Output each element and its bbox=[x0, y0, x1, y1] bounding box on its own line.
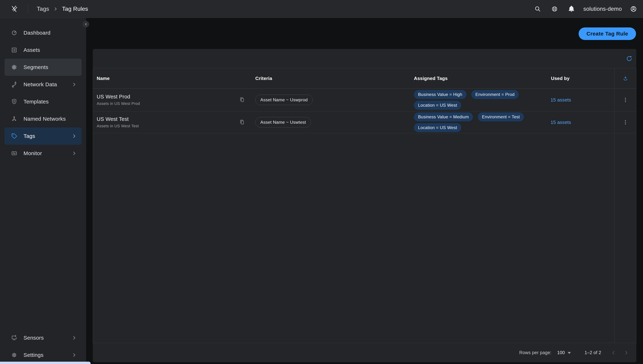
tag-chip: Environment = Test bbox=[478, 112, 524, 122]
create-tag-rule-button[interactable]: Create Tag Rule bbox=[578, 28, 636, 40]
sidebar-main-list: Dashboard Assets bbox=[0, 24, 86, 162]
used-by-link[interactable]: 15 assets bbox=[551, 97, 571, 103]
criteria-chip: Asset Name ~ Uswprod bbox=[255, 95, 313, 105]
chevron-right-icon bbox=[72, 151, 77, 156]
sidebar-item-templates[interactable]: Templates bbox=[5, 93, 82, 110]
chevron-right-icon bbox=[72, 134, 77, 138]
sidebar-item-tags[interactable]: Tags bbox=[5, 128, 82, 145]
rows-per-page-value: 100 bbox=[557, 350, 565, 355]
sidebar-item-label: Named Networks bbox=[24, 116, 66, 122]
column-header-assigned-tags: Assigned Tags bbox=[414, 76, 448, 81]
kebab-menu-icon[interactable] bbox=[614, 88, 636, 111]
assigned-tags-cell: Business Value = High Environment = Prod… bbox=[414, 88, 539, 111]
rule-description: Assets in US West Prod bbox=[97, 101, 140, 106]
criteria-chip: Asset Name ~ Uswtest bbox=[255, 117, 311, 128]
assigned-tags-cell: Business Value = Medium Environment = Te… bbox=[414, 111, 539, 133]
settings-gear-icon bbox=[11, 352, 18, 358]
table-header-row: Name Criteria Assigned Tags Used by bbox=[93, 68, 636, 88]
tag-chip: Location = US West bbox=[414, 101, 461, 110]
tag-chip: Business Value = High bbox=[414, 90, 466, 99]
assets-icon bbox=[11, 46, 18, 54]
top-bar: Tags Tag Rules solutions- bbox=[0, 0, 643, 18]
tag-rules-table: Name Criteria Assigned Tags Used by US W… bbox=[93, 68, 636, 343]
sidebar-item-assets[interactable]: Assets bbox=[5, 42, 82, 59]
dropdown-caret-icon bbox=[568, 352, 571, 354]
breadcrumb-parent-link[interactable]: Tags bbox=[37, 6, 49, 12]
chevron-right-icon bbox=[72, 353, 77, 357]
sensors-icon bbox=[11, 334, 18, 341]
column-header-name: Name bbox=[97, 76, 110, 81]
previous-page-icon[interactable] bbox=[609, 348, 618, 357]
breadcrumb: Tags Tag Rules bbox=[37, 6, 88, 12]
network-data-icon bbox=[11, 81, 18, 88]
sidebar-item-network-data[interactable]: Network Data bbox=[5, 76, 82, 93]
segments-icon bbox=[11, 64, 18, 71]
refresh-icon[interactable] bbox=[625, 55, 633, 62]
chevron-right-icon bbox=[72, 82, 77, 87]
column-header-used-by: Used by bbox=[551, 76, 570, 81]
rule-description: Assets in US West Test bbox=[97, 124, 139, 128]
tag-icon bbox=[11, 133, 18, 140]
copy-icon[interactable] bbox=[239, 118, 246, 126]
rows-per-page-label: Rows per page: bbox=[519, 350, 551, 355]
rule-name: US West Test bbox=[97, 116, 139, 122]
column-header-criteria: Criteria bbox=[255, 76, 272, 81]
sidebar-item-monitor[interactable]: Monitor bbox=[5, 145, 82, 162]
sidebar-collapse-button[interactable] bbox=[83, 21, 89, 28]
account-avatar-icon[interactable] bbox=[629, 5, 637, 13]
download-icon[interactable] bbox=[614, 68, 636, 88]
sidebar-item-label: Segments bbox=[24, 64, 48, 70]
tag-rules-card: Name Criteria Assigned Tags Used by US W… bbox=[93, 49, 636, 362]
sidebar-item-named-networks[interactable]: Named Networks bbox=[5, 110, 82, 128]
templates-shield-icon bbox=[11, 98, 18, 105]
tag-chip: Environment = Prod bbox=[471, 90, 519, 99]
notifications-bell-icon[interactable] bbox=[567, 5, 575, 13]
breadcrumb-chevron-icon bbox=[54, 7, 58, 11]
kebab-menu-icon[interactable] bbox=[614, 111, 636, 133]
named-networks-icon bbox=[11, 116, 18, 122]
copy-icon[interactable] bbox=[239, 96, 246, 104]
sidebar-item-label: Templates bbox=[24, 98, 49, 105]
sidebar-item-label: Network Data bbox=[24, 82, 57, 88]
table-row[interactable]: US West Test Assets in US West Test Asse… bbox=[93, 111, 636, 134]
pagination-bar: Rows per page: 100 1–2 of 2 bbox=[93, 343, 636, 362]
app-logo-icon[interactable] bbox=[11, 4, 18, 14]
table-row[interactable]: US West Prod Assets in US West Prod Asse… bbox=[93, 88, 636, 112]
search-icon[interactable] bbox=[533, 5, 542, 13]
sidebar-item-label: Dashboard bbox=[24, 30, 51, 36]
breadcrumb-current: Tag Rules bbox=[62, 6, 88, 12]
sidebar-item-label: Tags bbox=[24, 133, 35, 139]
sidebar-item-label: Monitor bbox=[24, 150, 42, 156]
sidebar-item-label: Sensors bbox=[24, 335, 44, 341]
sidebar-item-segments[interactable]: Segments bbox=[5, 59, 82, 76]
next-page-icon[interactable] bbox=[622, 348, 630, 357]
browser-status-bar bbox=[0, 362, 91, 364]
sidebar-item-sensors[interactable]: Sensors bbox=[5, 329, 82, 346]
sidebar-nav: Dashboard Assets bbox=[0, 18, 86, 364]
topbar-right-cluster: solutions-demo bbox=[533, 5, 637, 13]
used-by-link[interactable]: 15 assets bbox=[551, 120, 571, 125]
rule-name-cell: US West Prod Assets in US West Prod bbox=[97, 94, 140, 106]
chevron-right-icon bbox=[72, 336, 77, 340]
rule-name: US West Prod bbox=[97, 94, 140, 100]
sidebar-item-label: Settings bbox=[24, 352, 44, 358]
sidebar-item-settings[interactable]: Settings bbox=[5, 346, 82, 364]
topbar-divider bbox=[28, 4, 28, 14]
rows-per-page-select[interactable]: 100 bbox=[557, 350, 571, 355]
sidebar-footer-list: Sensors Settings bbox=[0, 329, 86, 364]
account-name[interactable]: solutions-demo bbox=[583, 6, 622, 12]
pagination-range: 1–2 of 2 bbox=[584, 350, 601, 355]
tag-chip: Business Value = Medium bbox=[414, 112, 473, 122]
sidebar-item-dashboard[interactable]: Dashboard bbox=[5, 24, 82, 42]
dashboard-icon bbox=[11, 30, 18, 36]
monitor-icon bbox=[11, 150, 18, 157]
sidebar-item-label: Assets bbox=[24, 47, 40, 53]
rule-name-cell: US West Test Assets in US West Test bbox=[97, 116, 139, 128]
tag-chip: Location = US West bbox=[414, 123, 461, 132]
help-icon[interactable] bbox=[550, 5, 559, 13]
